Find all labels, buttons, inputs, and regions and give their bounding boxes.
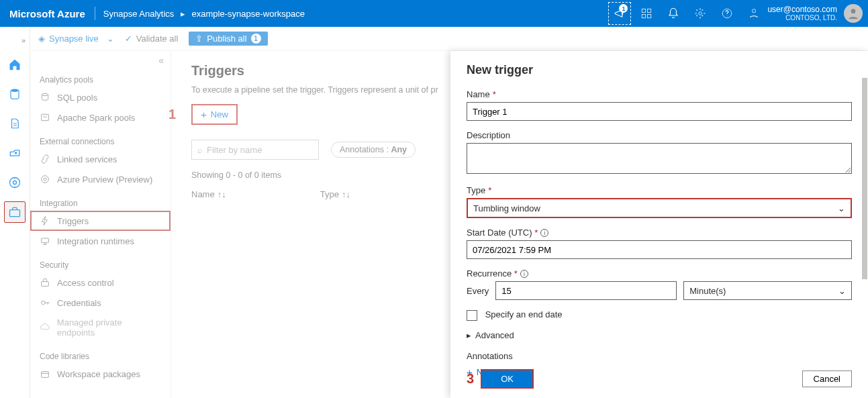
chevron-down-icon: ⌄ [838, 286, 846, 296]
hub-collapse-icon[interactable]: « [158, 55, 164, 66]
rail-monitor-icon[interactable] [4, 172, 26, 193]
nav-triggers[interactable]: Triggers [30, 211, 171, 231]
section-analytics-pools: Analytics pools [30, 66, 171, 87]
section-security: Security [30, 251, 171, 272]
directory-icon[interactable] [633, 0, 660, 27]
rail-manage-icon[interactable] [4, 201, 26, 223]
sync-icon: ◈ [38, 34, 45, 44]
svg-point-6 [753, 9, 756, 13]
name-label: Name [467, 89, 852, 99]
publish-label: Publish all [207, 34, 246, 44]
toolstrip: ◈ Synapse live ⌄ ✓ Validate all ⇧ Publis… [30, 27, 868, 51]
rail-develop-icon[interactable] [4, 113, 26, 134]
validate-all-button[interactable]: ✓ Validate all [125, 34, 179, 44]
section-code-libraries: Code libraries [30, 342, 171, 364]
every-label: Every [467, 286, 489, 296]
user-email: user@contoso.com [767, 5, 837, 14]
section-integration: Integration [30, 189, 171, 211]
start-date-label: Start Date (UTC) i [467, 228, 852, 238]
topbar-actions: 1 user@contoso.com CONTOSO, LTD. [606, 0, 868, 27]
type-select[interactable]: Tumbling window ⌄ [467, 198, 852, 218]
new-button-label: New [211, 109, 228, 119]
nav-purview[interactable]: Azure Purview (Preview) [30, 169, 171, 189]
new-trigger-panel: New trigger Name Description Type 2 Tumb… [450, 51, 868, 398]
validate-label: Validate all [136, 34, 179, 44]
synapse-live-chip[interactable]: ◈ Synapse live ⌄ [38, 34, 114, 44]
svg-rect-14 [42, 114, 49, 120]
info-icon[interactable]: i [540, 229, 548, 237]
annotations-filter[interactable]: Annotations : Any [331, 142, 416, 158]
col-type[interactable]: Type ↑↓ [320, 189, 350, 199]
workspace-shell: » ◈ Synapse live ⌄ ✓ Validate all ⇧ Publ… [0, 27, 868, 398]
breadcrumb: Synapse Analytics ▸ example-synapse-work… [95, 9, 313, 19]
ok-button[interactable]: OK [481, 369, 534, 389]
brand-label[interactable]: Microsoft Azure [0, 8, 95, 19]
svg-rect-18 [42, 282, 49, 287]
recurrence-value-input[interactable] [495, 281, 677, 300]
main-content: Triggers To execute a pipeline set the t… [171, 51, 868, 398]
chevron-right-icon: ▸ [467, 330, 471, 340]
left-rail: » [0, 27, 30, 398]
nav-access-control[interactable]: Access control [30, 272, 171, 293]
type-label: Type [467, 185, 852, 195]
service-crumb[interactable]: Synapse Analytics [103, 9, 175, 19]
rail-home-icon[interactable] [4, 54, 26, 75]
rail-expand-icon[interactable]: » [21, 36, 30, 44]
svg-rect-0 [642, 9, 646, 12]
svg-rect-17 [42, 238, 49, 243]
publish-all-button[interactable]: ⇧ Publish all 1 [189, 32, 267, 46]
col-name[interactable]: Name ↑↓ [191, 189, 226, 199]
publish-count-badge: 1 [251, 34, 261, 44]
nav-managed-endpoints[interactable]: Managed private endpoints [30, 313, 171, 342]
announcements-icon[interactable]: 1 [606, 0, 633, 27]
section-external: External connections [30, 128, 171, 149]
plus-icon: + [201, 109, 207, 120]
azure-top-bar: Microsoft Azure Synapse Analytics ▸ exam… [0, 0, 868, 27]
synapse-live-label: Synapse live [49, 34, 99, 44]
nav-sql-pools[interactable]: SQL pools [30, 87, 171, 107]
gear-icon[interactable] [687, 0, 714, 27]
nav-integration-runtimes[interactable]: Integration runtimes [30, 231, 171, 251]
info-icon[interactable]: i [520, 270, 528, 278]
description-textarea[interactable] [467, 143, 852, 174]
nav-linked-services[interactable]: Linked services [30, 149, 171, 169]
rail-integrate-icon[interactable] [4, 142, 26, 164]
nav-workspace-packages[interactable]: Workspace packages [30, 364, 171, 384]
sort-icon: ↑↓ [342, 189, 350, 199]
user-block[interactable]: user@contoso.com CONTOSO, LTD. [767, 5, 844, 22]
svg-point-16 [44, 178, 46, 181]
end-date-checkbox-row[interactable]: Specify an end date [467, 309, 852, 321]
svg-rect-3 [648, 15, 651, 18]
svg-point-8 [11, 89, 19, 93]
svg-rect-12 [10, 210, 20, 217]
svg-point-19 [42, 301, 45, 304]
trigger-name-input[interactable] [467, 102, 852, 121]
sort-icon: ↑↓ [218, 189, 226, 199]
end-date-label: Specify an end date [485, 309, 563, 319]
user-org: CONTOSO, LTD. [767, 14, 837, 22]
filter-by-name-input[interactable]: ⌕ Filter by name [191, 140, 319, 160]
workspace-crumb[interactable]: example-synapse-workspace [192, 9, 305, 19]
svg-point-15 [42, 176, 49, 183]
notification-badge: 1 [619, 4, 628, 13]
scrollbar-thumb[interactable] [862, 78, 867, 279]
chevron-right-icon: ▸ [177, 9, 189, 19]
nav-spark-pools[interactable]: Apache Spark pools [30, 107, 171, 128]
help-icon[interactable] [714, 0, 740, 27]
new-trigger-button[interactable]: + New [191, 104, 238, 125]
recurrence-label: Recurrence i [467, 268, 852, 279]
bell-icon[interactable] [660, 0, 687, 27]
avatar[interactable] [844, 4, 863, 23]
advanced-toggle[interactable]: ▸ Advanced [467, 330, 852, 340]
svg-rect-1 [648, 9, 651, 12]
start-date-input[interactable] [467, 240, 852, 259]
svg-point-4 [699, 12, 702, 15]
filter-icon: ⌕ [197, 145, 203, 155]
cancel-button[interactable]: Cancel [802, 370, 852, 387]
rail-data-icon[interactable] [4, 83, 26, 105]
checkbox-icon[interactable] [467, 310, 477, 321]
svg-point-11 [13, 181, 17, 185]
recurrence-unit-select[interactable]: Minute(s) ⌄ [683, 281, 852, 300]
nav-credentials[interactable]: Credentials [30, 293, 171, 313]
feedback-icon[interactable] [740, 0, 767, 27]
